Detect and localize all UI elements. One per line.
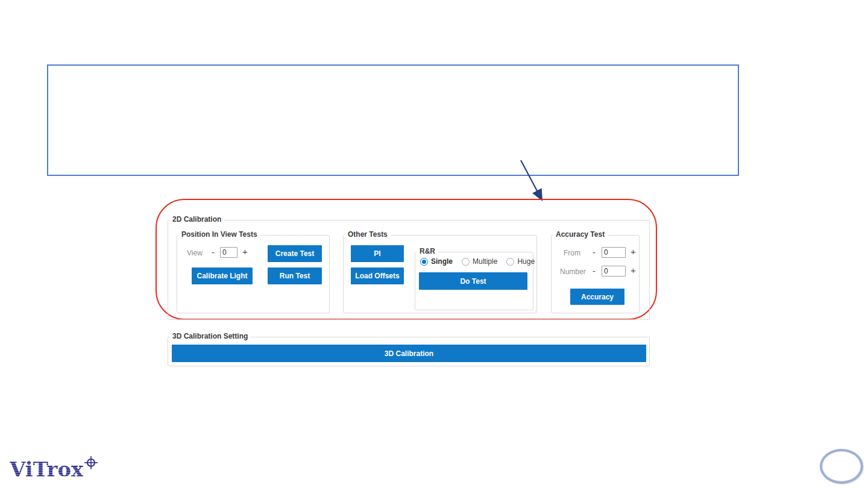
group-2d-calibration: 2D Calibration Position In View Tests Vi… bbox=[168, 220, 650, 320]
create-test-button[interactable]: Create Test bbox=[268, 245, 322, 262]
do-test-button[interactable]: Do Test bbox=[419, 272, 527, 290]
number-decrement-button[interactable]: - bbox=[593, 267, 596, 275]
number-increment-button[interactable]: + bbox=[631, 266, 636, 275]
number-label: Number bbox=[560, 267, 586, 276]
radio-huge[interactable]: Huge bbox=[506, 257, 535, 266]
group-2d-calibration-title: 2D Calibration bbox=[169, 215, 224, 224]
view-label: View bbox=[187, 249, 203, 257]
group-3d-calibration-setting: 3D Calibration Setting 3D Calibration bbox=[168, 337, 650, 366]
accuracy-button[interactable]: Accuracy bbox=[570, 289, 624, 305]
group-other-tests-title: Other Tests bbox=[345, 230, 391, 239]
group-accuracy-test-title: Accuracy Test bbox=[553, 230, 608, 239]
from-label: From bbox=[564, 249, 580, 257]
run-test-button[interactable]: Run Test bbox=[268, 267, 322, 284]
calibrate-light-button[interactable]: Calibrate Light bbox=[192, 267, 253, 284]
vitrox-logo-text: ViTrox bbox=[10, 457, 83, 482]
vitrox-logo: ViTrox bbox=[10, 457, 98, 482]
radio-single-label[interactable]: Single bbox=[431, 257, 453, 266]
view-value-input[interactable] bbox=[220, 247, 237, 258]
annotation-arrow-icon bbox=[511, 151, 553, 208]
group-other-tests: Other Tests PI Load Offsets R&R Single M… bbox=[343, 235, 537, 313]
group-rnr-title: R&R bbox=[417, 247, 438, 256]
radio-single[interactable]: Single bbox=[420, 257, 453, 266]
rnr-radio-group: Single Multiple Huge bbox=[420, 257, 535, 266]
group-accuracy-test: Accuracy Test From - + Number - + Accura… bbox=[551, 235, 640, 313]
screenshot-canvas: 2D Calibration Position In View Tests Vi… bbox=[0, 0, 868, 488]
radio-multiple-icon[interactable] bbox=[462, 258, 470, 266]
load-offsets-button[interactable]: Load Offsets bbox=[351, 267, 404, 284]
crosshair-icon bbox=[84, 455, 98, 470]
view-decrement-button[interactable]: - bbox=[212, 248, 215, 257]
number-value-input[interactable] bbox=[602, 266, 626, 277]
group-position-in-view-tests: Position In View Tests View - + Create T… bbox=[177, 235, 330, 313]
from-increment-button[interactable]: + bbox=[631, 248, 636, 256]
group-position-in-view-tests-title: Position In View Tests bbox=[178, 230, 260, 239]
annotation-note-box bbox=[47, 64, 739, 176]
from-value-input[interactable] bbox=[602, 247, 626, 258]
decorative-ring bbox=[820, 449, 863, 484]
group-3d-calibration-setting-title: 3D Calibration Setting bbox=[169, 332, 251, 341]
radio-multiple-label[interactable]: Multiple bbox=[473, 257, 497, 266]
radio-huge-label[interactable]: Huge bbox=[517, 257, 535, 266]
pi-button[interactable]: PI bbox=[351, 245, 404, 262]
view-increment-button[interactable]: + bbox=[242, 248, 248, 256]
radio-single-icon[interactable] bbox=[420, 258, 428, 266]
group-rnr: R&R Single Multiple Huge Do Tes bbox=[415, 252, 533, 310]
radio-multiple[interactable]: Multiple bbox=[462, 257, 497, 266]
from-decrement-button[interactable]: - bbox=[593, 248, 596, 257]
3d-calibration-button[interactable]: 3D Calibration bbox=[172, 345, 646, 362]
radio-huge-icon[interactable] bbox=[506, 258, 514, 266]
